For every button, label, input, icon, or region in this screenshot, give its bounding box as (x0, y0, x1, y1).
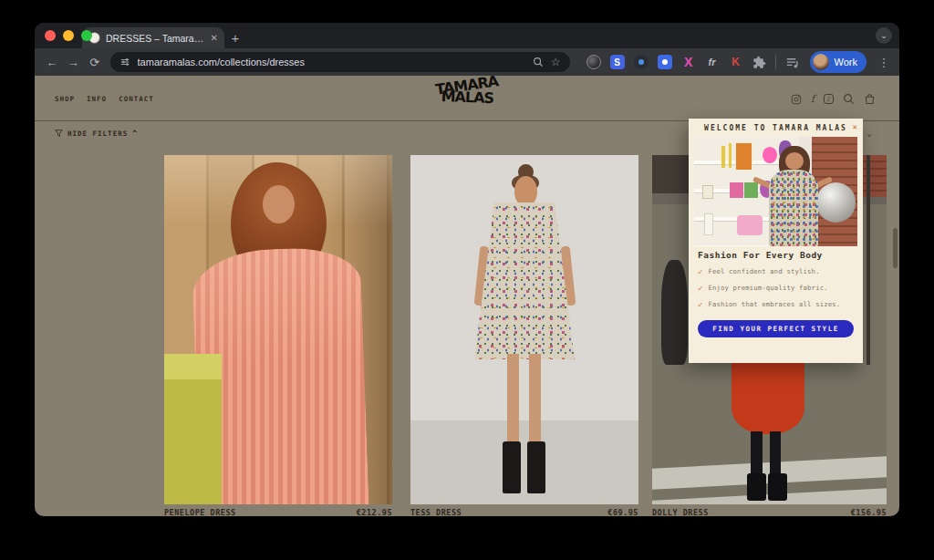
extension-camera-icon[interactable] (658, 55, 672, 69)
filters-caret-up-icon: ^ (132, 130, 137, 138)
popup-close-icon[interactable]: ✕ (853, 122, 857, 131)
nav-info-link[interactable]: INFO (87, 95, 107, 103)
decor-shape (768, 473, 787, 502)
page-scrollbar-thumb[interactable] (893, 228, 898, 268)
decor-shape (770, 431, 782, 477)
tab-title: DRESSES – Tamara Malas (106, 33, 205, 44)
decor-shape (816, 182, 856, 222)
hide-filters-label: HIDE FILTERS (67, 130, 128, 138)
popup-header: WELCOME TO TAMARA MALAS ✕ (689, 119, 863, 137)
popup-bullet: ✓ Enjoy premium-quality fabric. (698, 285, 854, 293)
browser-window: DRESSES – Tamara Malas ✕ + ⌄ ← → ⟳ tamar… (35, 23, 899, 516)
decor-shape (702, 185, 714, 200)
decor-shape (785, 152, 804, 170)
extension-dot-icon[interactable] (634, 55, 649, 69)
decor-shape (503, 441, 521, 493)
header-icons: f ♪ (791, 93, 876, 105)
cart-bag-icon[interactable] (864, 93, 876, 105)
logo-line-2: MALAS (436, 90, 500, 105)
check-icon: ✓ (698, 268, 702, 276)
bookmark-star-icon[interactable]: ☆ (551, 56, 561, 68)
browser-menu-icon[interactable]: ⋮ (876, 56, 892, 69)
popup-header-title: WELCOME TO TAMARA MALAS (704, 124, 847, 132)
bullet-text: Fashion that embraces all sizes. (708, 301, 840, 308)
minimize-window-button[interactable] (63, 30, 74, 41)
decor-shape (164, 354, 222, 504)
product-image-tess (410, 155, 638, 504)
facebook-icon[interactable]: f (811, 93, 815, 105)
tune-icon (119, 57, 130, 67)
close-window-button[interactable] (45, 30, 56, 41)
instagram-icon[interactable] (791, 94, 802, 105)
product-card-penelope[interactable]: PENELOPE DRESS €212.95 (164, 155, 392, 516)
site-nav: SHOP INFO CONTACT (55, 95, 154, 103)
site-logo[interactable]: TAMARA MALAS (435, 78, 499, 107)
url-text[interactable]: tamaramalas.com/collections/dresses (138, 57, 525, 67)
decor-shape (507, 354, 519, 448)
decor-shape (737, 215, 763, 235)
site-page: SHOP INFO CONTACT TAMARA MALAS f ♪ (35, 76, 899, 516)
product-label-row: DOLLY DRESS €156.95 (652, 508, 887, 516)
decor-shape (661, 260, 687, 365)
decor-shape (769, 170, 818, 246)
profile-chip[interactable]: Work (810, 51, 867, 73)
hide-filters-toggle[interactable]: HIDE FILTERS ^ (55, 130, 137, 138)
popup-title: Fashion For Every Body (698, 250, 854, 260)
decor-shape (704, 213, 714, 235)
address-bar[interactable]: tamaramalas.com/collections/dresses ☆ (110, 52, 570, 72)
decor-shape (474, 202, 575, 359)
extension-s-icon[interactable]: S (610, 55, 625, 69)
decor-shape (751, 431, 763, 477)
decor-shape (747, 473, 766, 502)
check-icon: ✓ (698, 285, 702, 293)
screenshot-canvas: DRESSES – Tamara Malas ✕ + ⌄ ← → ⟳ tamar… (0, 0, 934, 560)
extensions-row: S X fr K Work ⋮ (586, 51, 892, 73)
site-header: SHOP INFO CONTACT TAMARA MALAS f ♪ (35, 76, 899, 121)
decor-shape (763, 147, 777, 163)
decor-shape (867, 155, 870, 365)
zoom-window-button[interactable] (81, 30, 92, 41)
search-icon[interactable] (843, 93, 855, 105)
decor-shape (735, 142, 753, 171)
product-image-penelope (164, 155, 392, 504)
tiktok-icon[interactable]: ♪ (824, 94, 834, 104)
extension-x-icon[interactable]: X (681, 55, 696, 69)
product-price: €69.95 (607, 508, 638, 516)
funnel-icon (55, 130, 63, 138)
tab-close-icon[interactable]: ✕ (211, 33, 218, 43)
popup-photo (694, 137, 857, 246)
nav-contact-link[interactable]: CONTACT (119, 95, 154, 103)
decor-shape (721, 146, 725, 168)
extension-dial-icon[interactable] (586, 55, 601, 69)
extension-k-icon[interactable]: K (729, 55, 743, 69)
forward-button[interactable]: → (64, 51, 84, 73)
toolbar-divider (775, 55, 776, 69)
popup-body: Fashion For Every Body ✓ Feel confident … (698, 250, 854, 337)
new-tab-button[interactable]: + (224, 27, 246, 48)
product-card-tess[interactable]: TESS DRESS €69.95 (410, 155, 638, 516)
product-price: €212.95 (357, 508, 392, 516)
product-name: TESS DRESS (410, 508, 462, 516)
extensions-puzzle-icon[interactable] (752, 56, 766, 69)
popup-bullet: ✓ Fashion that embraces all sizes. (698, 301, 854, 309)
decor-shape (527, 441, 545, 493)
decor-shape (729, 143, 732, 167)
profile-avatar (813, 54, 829, 70)
browser-tab[interactable]: DRESSES – Tamara Malas ✕ (82, 27, 224, 48)
back-button[interactable]: ← (42, 51, 62, 73)
bullet-text: Enjoy premium-quality fabric. (708, 285, 827, 292)
side-search-icon[interactable] (533, 57, 544, 67)
nav-shop-link[interactable]: SHOP (55, 95, 75, 103)
check-icon: ✓ (698, 301, 702, 309)
reload-button[interactable]: ⟳ (85, 51, 105, 73)
extension-fr-icon[interactable]: fr (705, 55, 720, 69)
decor-shape (263, 185, 295, 223)
tab-strip: DRESSES – Tamara Malas ✕ + ⌄ (35, 23, 899, 48)
tab-search-button[interactable]: ⌄ (876, 27, 892, 44)
find-style-button[interactable]: FIND YOUR PERFECT STYLE (698, 320, 854, 337)
window-controls (45, 30, 92, 41)
media-playlist-icon[interactable] (785, 56, 799, 69)
product-label-row: TESS DRESS €69.95 (410, 508, 638, 516)
decor-shape (744, 182, 757, 198)
sort-chevron-icon[interactable]: ⌄ (867, 129, 872, 138)
